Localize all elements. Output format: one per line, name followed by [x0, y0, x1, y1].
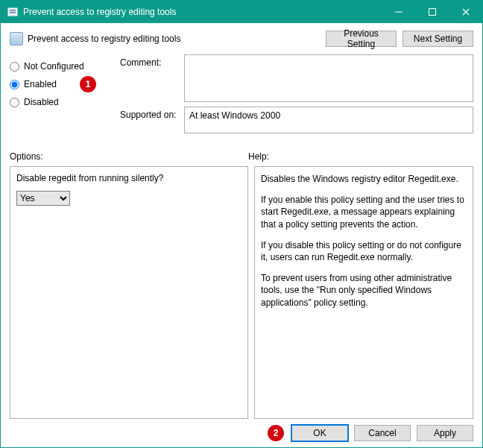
supported-on-value: At least Windows 2000	[184, 107, 473, 133]
option-question: Disable regedit from running silently?	[16, 173, 242, 183]
svg-rect-4	[429, 9, 435, 16]
radio-disabled[interactable]: Disabled	[10, 93, 114, 111]
radio-disabled-label: Disabled	[24, 97, 59, 107]
help-paragraph: If you enable this policy setting and th…	[261, 194, 467, 230]
help-label: Help:	[248, 151, 269, 162]
annotation-badge-2: 2	[268, 425, 284, 441]
policy-window-icon	[7, 6, 19, 18]
policy-name: Prevent access to registry editing tools	[28, 34, 320, 44]
radio-enabled-input[interactable]	[10, 80, 19, 89]
help-paragraph: If you disable this policy setting or do…	[261, 239, 467, 263]
policy-icon	[10, 32, 23, 45]
radio-not-configured-input[interactable]	[10, 62, 19, 72]
minimize-button[interactable]	[382, 1, 415, 23]
comment-textarea[interactable]	[184, 54, 473, 102]
ok-button[interactable]: OK	[291, 425, 348, 441]
close-button[interactable]	[449, 1, 482, 23]
help-paragraph: Disables the Windows registry editor Reg…	[261, 173, 467, 185]
section-labels: Options: Help:	[10, 151, 473, 162]
apply-button[interactable]: Apply	[417, 425, 473, 441]
radio-enabled-label: Enabled	[24, 79, 57, 89]
content-area: Prevent access to registry editing tools…	[1, 23, 482, 447]
maximize-button[interactable]	[415, 1, 449, 23]
options-panel: Disable regedit from running silently? Y…	[10, 166, 248, 419]
window-title: Prevent access to registry editing tools	[23, 7, 176, 17]
panels-row: Disable regedit from running silently? Y…	[10, 166, 473, 419]
radio-not-configured[interactable]: Not Configured	[10, 57, 114, 75]
titlebar[interactable]: Prevent access to registry editing tools	[1, 1, 482, 23]
help-panel[interactable]: Disables the Windows registry editor Reg…	[254, 166, 473, 419]
svg-rect-1	[10, 10, 16, 11]
supported-on-label: Supported on:	[120, 107, 184, 133]
options-label: Options:	[10, 151, 248, 162]
option-select[interactable]: Yes No	[16, 191, 70, 206]
svg-rect-2	[10, 12, 16, 13]
fields-column: Comment: Supported on: At least Windows …	[120, 54, 473, 138]
help-paragraph: To prevent users from using other admini…	[261, 272, 467, 309]
annotation-badge-1: 1	[80, 76, 96, 92]
footer-buttons: 2 OK Cancel Apply	[10, 419, 473, 441]
svg-rect-3	[395, 12, 402, 13]
radio-enabled[interactable]: Enabled 1	[10, 75, 114, 93]
config-area: Not Configured Enabled 1 Disabled Commen…	[10, 54, 473, 138]
cancel-button[interactable]: Cancel	[354, 425, 411, 441]
next-setting-button[interactable]: Next Setting	[402, 31, 473, 47]
state-column: Not Configured Enabled 1 Disabled	[10, 54, 114, 138]
previous-setting-button[interactable]: Previous Setting	[326, 31, 397, 47]
policy-editor-window: Prevent access to registry editing tools…	[0, 0, 483, 448]
comment-label: Comment:	[120, 54, 184, 102]
radio-not-configured-label: Not Configured	[24, 61, 84, 72]
radio-disabled-input[interactable]	[10, 98, 19, 107]
header-row: Prevent access to registry editing tools…	[10, 31, 473, 47]
